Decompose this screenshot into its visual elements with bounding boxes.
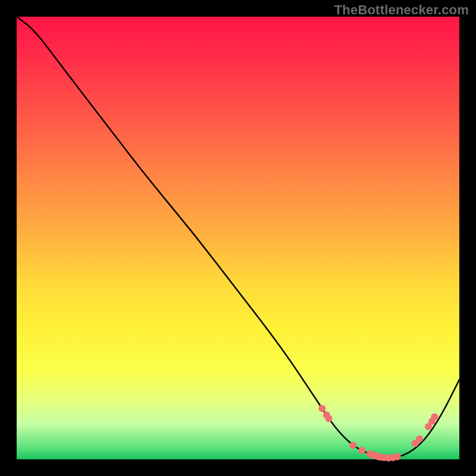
chart-marker [431,414,438,421]
chart-marker [318,405,325,412]
chart-marker [325,415,333,422]
chart-marker [358,447,365,454]
chart-plot-area [17,17,459,459]
chart-svg [17,17,459,459]
attribution-text: TheBottlenecker.com [334,2,469,18]
chart-marker [416,436,423,443]
chart-frame: TheBottlenecker.com [0,0,476,476]
chart-marker [394,453,401,461]
chart-line-series [17,17,459,458]
chart-marker [349,441,356,449]
chart-markers-group [318,405,438,461]
